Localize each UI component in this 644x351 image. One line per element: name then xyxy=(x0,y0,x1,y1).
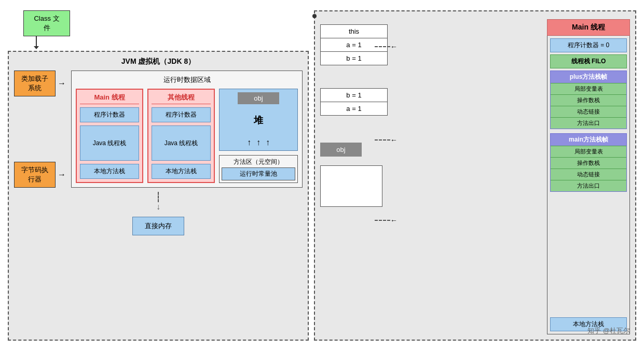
heap-label: 堆 xyxy=(254,106,263,134)
jvm-outer: JVM 虚拟机（JDK 8） 类加载子系统 → 字节码执行器 → 运行时数据区域 xyxy=(8,51,309,341)
obj-box-right: obj xyxy=(320,143,362,157)
plus-frame-title: plus方法栈帧 xyxy=(551,71,626,83)
bottom-frame-group: b = 1 a = 1 xyxy=(320,88,388,116)
a1-row2: a = 1 xyxy=(321,102,387,115)
main-container: Class 文件 JVM 虚拟机（JDK 8） 类加载子系统 → 字节码执行器 … xyxy=(0,0,644,351)
local-vars-2: 局部变量表 xyxy=(551,146,626,157)
runtime-pool: 运行时常量池 xyxy=(222,167,295,180)
filo-label: 线程栈 FILO xyxy=(550,54,627,68)
main-frame-title: main方法栈帧 xyxy=(551,134,626,146)
watermark: 知乎 @杜瓦尔 xyxy=(587,326,630,335)
op-stack-2: 操作数栈 xyxy=(551,157,626,169)
local-vars-1: 局部变量表 xyxy=(551,83,626,94)
stack-content: 程序计数器 = 0 线程栈 FILO plus方法栈帧 局部变量表 操作数栈 动… xyxy=(547,36,630,334)
main-thread-header: Main 线程 xyxy=(547,19,630,36)
other-pc-counter: 程序计数器 xyxy=(152,107,211,122)
main-frame-section: main方法栈帧 局部变量表 操作数栈 动态链接 方法出口 xyxy=(550,133,627,192)
main-java-stack: Java 线程栈 xyxy=(80,125,139,161)
b1-row2: b = 1 xyxy=(321,89,387,102)
method-exit-2: 方法出口 xyxy=(551,180,626,191)
sidebar-boxes: 类加载子系统 → 字节码执行器 → xyxy=(14,71,66,188)
right-side: this a = 1 b = 1 ← b = 1 a = 1 xyxy=(314,10,636,341)
method-exit-1: 方法出口 xyxy=(551,117,626,129)
this-row: this xyxy=(321,25,387,38)
heap-box: obj 堆 ↑ ↑ ↑ xyxy=(219,89,298,151)
left-side: Class 文件 JVM 虚拟机（JDK 8） 类加载子系统 → 字节码执行器 … xyxy=(8,10,309,341)
pc-box: 程序计数器 = 0 xyxy=(550,38,627,52)
dynamic-link-2: 动态链接 xyxy=(551,169,626,180)
class-loader-box: 类加载子系统 xyxy=(14,71,56,96)
plus-frame-section: plus方法栈帧 局部变量表 操作数栈 动态链接 方法出口 xyxy=(550,71,627,129)
bytecode-executor-box: 字节码执行器 xyxy=(14,162,56,188)
main-pc-counter: 程序计数器 xyxy=(80,107,139,122)
main-thread-stack: Main 线程 程序计数器 = 0 线程栈 FILO plus方法栈帧 局部变量… xyxy=(547,19,630,334)
other-thread-title: 其他线程 xyxy=(152,93,211,104)
method-area: 方法区（元空间） 运行时常量池 xyxy=(219,155,298,183)
jvm-content-row: 类加载子系统 → 字节码执行器 → 运行时数据区域 Main 线程 xyxy=(14,71,303,188)
runtime-area: 运行时数据区域 Main 线程 程序计数器 Java 线程栈 本地方法栈 其他线… xyxy=(71,71,303,188)
jvm-title: JVM 虚拟机（JDK 8） xyxy=(14,57,303,66)
b1-row: b = 1 xyxy=(321,52,387,65)
other-java-stack: Java 线程栈 xyxy=(152,125,211,161)
other-native-stack: 本地方法栈 xyxy=(152,164,211,179)
runtime-inner: Main 线程 程序计数器 Java 线程栈 本地方法栈 其他线程 程序计数器 … xyxy=(76,89,298,183)
right-dashed: this a = 1 b = 1 ← b = 1 a = 1 xyxy=(314,10,636,341)
main-thread-title-left: Main 线程 xyxy=(80,93,139,104)
main-thread-box: Main 线程 程序计数器 Java 线程栈 本地方法栈 xyxy=(76,89,143,183)
direct-memory-box: 直接内存 xyxy=(132,217,184,235)
runtime-area-title: 运行时数据区域 xyxy=(76,75,298,85)
dynamic-link-1: 动态链接 xyxy=(551,106,626,117)
main-native-stack: 本地方法栈 xyxy=(80,164,139,179)
op-stack-1: 操作数栈 xyxy=(551,94,626,106)
class-file-box: Class 文件 xyxy=(23,10,70,36)
other-thread-box: 其他线程 程序计数器 Java 线程栈 本地方法栈 xyxy=(147,89,215,183)
method-area-title: 方法区（元空间） xyxy=(222,158,295,166)
heap-obj: obj xyxy=(238,92,279,104)
